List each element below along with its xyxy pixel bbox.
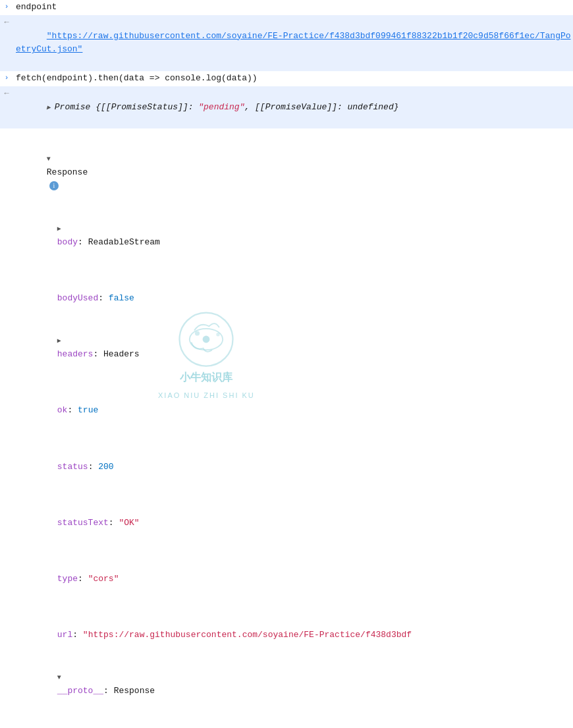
console-line-bodyused: bodyUsed: false (0, 264, 573, 320)
statustext-text: statusText: "OK" (24, 489, 573, 544)
console-line-arraybuffer: arrayBuffer: arrayBuffer() (0, 713, 573, 728)
gap-1 (0, 128, 573, 138)
console-line-fetch: › fetch(endpoint).then(data => console.l… (0, 71, 573, 86)
arrow-none-6 (11, 433, 24, 434)
url-text: "https://raw.githubusercontent.com/soyai… (13, 16, 573, 70)
response-expand[interactable] (47, 154, 53, 161)
arrow-none-4 (11, 321, 24, 322)
url-val-text: url: "https://raw.githubusercontent.com/… (24, 601, 573, 656)
console-line-url: ← "https://raw.githubusercontent.com/soy… (0, 15, 573, 71)
console-line-headers: headers: Headers (0, 320, 573, 376)
promise-text: Promise {[[PromiseStatus]]: "pending", [… (13, 87, 573, 128)
status-text: status: 200 (24, 433, 573, 488)
response-header-text: Response i (13, 138, 573, 207)
arrow-none-10 (11, 658, 24, 658)
arrow-none-2 (11, 208, 24, 209)
arrow-none-9 (11, 601, 24, 602)
arrow-none-8 (11, 545, 24, 546)
arrow-left-2: ← (0, 87, 13, 100)
arrow-none-11 (21, 714, 34, 714)
console-panel: › endpoint ← "https://raw.githubusercont… (0, 0, 573, 728)
arraybuffer-text: arrayBuffer: arrayBuffer() (34, 714, 573, 728)
proto-text: __proto__: Response (24, 658, 573, 712)
arrow-left-1: ← (0, 16, 13, 29)
body-expand[interactable] (57, 224, 64, 231)
console-line-url-val: url: "https://raw.githubusercontent.com/… (0, 600, 573, 656)
arrow-right-2: › (0, 72, 13, 84)
console-line-status: status: 200 (0, 432, 573, 488)
body-text: body: ReadableStream (24, 208, 573, 263)
console-line-promise: ← Promise {[[PromiseStatus]]: "pending",… (0, 86, 573, 128)
fetch-text: fetch(endpoint).then(data => console.log… (13, 72, 573, 86)
console-line-response-header: Response i (0, 138, 573, 208)
type-text: type: "cors" (24, 545, 573, 600)
console-line-ok: ok: true (0, 376, 573, 432)
console-line-proto: __proto__: Response (0, 657, 573, 713)
console-line-body: body: ReadableStream (0, 208, 573, 264)
arrow-none-1 (0, 138, 13, 139)
endpoint-text: endpoint (13, 1, 573, 14)
arrow-none-3 (11, 264, 24, 265)
arrow-none-7 (11, 489, 24, 490)
arrow-none-5 (11, 377, 24, 378)
console-line-type: type: "cors" (0, 544, 573, 600)
console-line-statustext: statusText: "OK" (0, 488, 573, 544)
promise-expand[interactable] (47, 103, 53, 109)
info-badge: i (49, 181, 59, 190)
url-link[interactable]: "https://raw.githubusercontent.com/soyai… (16, 31, 571, 55)
headers-expand[interactable] (57, 336, 64, 343)
arrow-right-1: › (0, 1, 13, 13)
bodyused-text: bodyUsed: false (24, 264, 573, 319)
console-line-endpoint: › endpoint (0, 0, 573, 15)
ok-text: ok: true (24, 377, 573, 432)
headers-text: headers: Headers (24, 321, 573, 376)
proto-expand[interactable] (57, 673, 64, 679)
